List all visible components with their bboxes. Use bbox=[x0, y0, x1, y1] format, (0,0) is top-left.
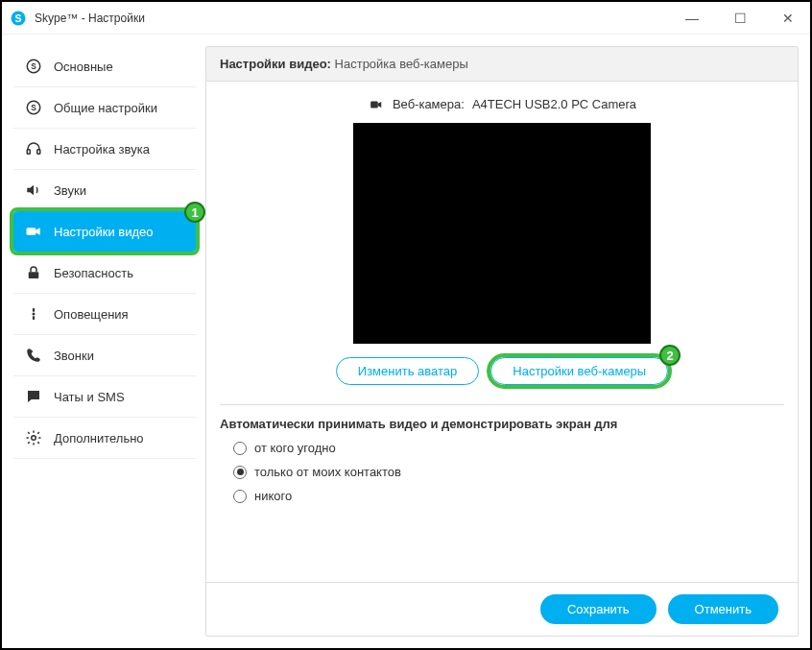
radio-icon bbox=[233, 442, 247, 455]
panel-header-title: Настройки видео: bbox=[220, 57, 331, 71]
sidebar-item-label: Настройки видео bbox=[54, 225, 154, 239]
maximize-button[interactable]: ☐ bbox=[726, 11, 754, 26]
camera-icon bbox=[368, 98, 385, 111]
radio-option-anyone[interactable]: от кого угодно bbox=[233, 441, 784, 455]
sidebar-item-label: Оповещения bbox=[54, 307, 129, 322]
chat-icon bbox=[25, 388, 42, 405]
radio-option-contacts[interactable]: только от моих контактов bbox=[233, 465, 784, 479]
settings-window: S Skype™ - Настройки — ☐ ✕ S Основные S … bbox=[0, 0, 812, 650]
sidebar-item-sounds[interactable]: Звуки bbox=[13, 170, 196, 211]
radio-label: никого bbox=[254, 489, 292, 503]
sidebar-item-label: Звонки bbox=[54, 349, 94, 363]
sidebar-item-common[interactable]: S Общие настройки bbox=[13, 87, 196, 129]
svg-rect-14 bbox=[370, 101, 378, 108]
sidebar-item-security[interactable]: Безопасность bbox=[13, 253, 196, 294]
radio-icon bbox=[233, 466, 247, 479]
divider bbox=[220, 404, 784, 405]
sidebar-item-advanced[interactable]: Дополнительно bbox=[13, 418, 196, 459]
svg-rect-11 bbox=[33, 308, 35, 312]
webcam-name: A4TECH USB2.0 PC Camera bbox=[472, 97, 636, 111]
window-controls: — ☐ ✕ bbox=[678, 11, 802, 26]
phone-icon bbox=[25, 347, 42, 364]
sidebar-item-label: Основные bbox=[54, 60, 113, 74]
info-icon bbox=[25, 305, 42, 323]
sidebar-item-label: Дополнительно bbox=[54, 431, 144, 445]
camera-icon bbox=[25, 223, 42, 240]
svg-rect-6 bbox=[27, 150, 30, 155]
webcam-row: Веб-камера: A4TECH USB2.0 PC Camera bbox=[220, 97, 784, 111]
sidebar-item-video[interactable]: 1 Настройки видео bbox=[13, 211, 196, 253]
panel-body: Веб-камера: A4TECH USB2.0 PC Camera Изме… bbox=[206, 82, 798, 582]
annotation-badge-1: 1 bbox=[184, 202, 205, 223]
minimize-button[interactable]: — bbox=[678, 11, 706, 26]
panel-header: Настройки видео: Настройка веб-камеры bbox=[206, 47, 798, 82]
webcam-label: Веб-камера: bbox=[393, 97, 465, 111]
svg-text:S: S bbox=[31, 104, 36, 112]
radio-group: от кого угодно только от моих контактов … bbox=[220, 441, 784, 503]
sidebar-item-chats[interactable]: Чаты и SMS bbox=[13, 376, 196, 418]
svg-point-13 bbox=[32, 436, 36, 441]
save-button[interactable]: Сохранить bbox=[540, 594, 657, 624]
skype-icon: S bbox=[25, 58, 42, 75]
svg-text:S: S bbox=[14, 12, 21, 23]
svg-rect-8 bbox=[27, 228, 36, 235]
svg-point-10 bbox=[33, 313, 36, 316]
cancel-button[interactable]: Отменить bbox=[668, 594, 778, 624]
speaker-icon bbox=[25, 181, 42, 199]
sidebar: S Основные S Общие настройки Настройка з… bbox=[13, 46, 196, 637]
sidebar-item-label: Чаты и SMS bbox=[54, 390, 125, 404]
sidebar-item-general[interactable]: S Основные bbox=[13, 46, 196, 87]
auto-accept-label: Автоматически принимать видео и демонстр… bbox=[220, 417, 784, 431]
annotation-badge-2: 2 bbox=[659, 345, 681, 366]
webcam-settings-button[interactable]: 2 Настройки веб-камеры bbox=[490, 357, 668, 385]
close-button[interactable]: ✕ bbox=[774, 11, 802, 26]
footer: Сохранить Отменить bbox=[206, 582, 798, 636]
radio-icon bbox=[233, 490, 247, 503]
sidebar-item-label: Звуки bbox=[54, 183, 86, 198]
svg-rect-9 bbox=[29, 272, 39, 278]
lock-icon bbox=[25, 264, 42, 281]
webcam-preview bbox=[353, 123, 651, 344]
skype-icon: S bbox=[10, 10, 27, 27]
sidebar-item-audio[interactable]: Настройка звука bbox=[13, 129, 196, 170]
titlebar: S Skype™ - Настройки — ☐ ✕ bbox=[2, 2, 810, 35]
gear-icon bbox=[25, 429, 42, 446]
radio-label: только от моих контактов bbox=[254, 465, 401, 479]
sidebar-item-label: Общие настройки bbox=[54, 101, 157, 115]
radio-label: от кого угодно bbox=[254, 441, 336, 455]
skype-icon: S bbox=[25, 99, 42, 116]
sidebar-item-label: Безопасность bbox=[54, 266, 133, 280]
svg-rect-12 bbox=[33, 316, 35, 320]
sidebar-item-calls[interactable]: Звонки bbox=[13, 335, 196, 376]
sidebar-item-label: Настройка звука bbox=[54, 142, 150, 156]
svg-rect-7 bbox=[37, 150, 40, 155]
webcam-settings-button-label: Настройки веб-камеры bbox=[513, 364, 646, 378]
window-body: S Основные S Общие настройки Настройка з… bbox=[2, 35, 810, 648]
sidebar-item-notifications[interactable]: Оповещения bbox=[13, 294, 196, 335]
headset-icon bbox=[25, 140, 42, 157]
button-row: Изменить аватар 2 Настройки веб-камеры bbox=[220, 357, 784, 385]
svg-text:S: S bbox=[31, 62, 36, 71]
window-title: Skype™ - Настройки bbox=[35, 12, 145, 25]
radio-option-noone[interactable]: никого bbox=[233, 489, 784, 503]
main-panel: Настройки видео: Настройка веб-камеры Ве… bbox=[205, 46, 799, 637]
panel-header-sub: Настройка веб-камеры bbox=[335, 57, 468, 71]
change-avatar-button[interactable]: Изменить аватар bbox=[336, 357, 479, 385]
